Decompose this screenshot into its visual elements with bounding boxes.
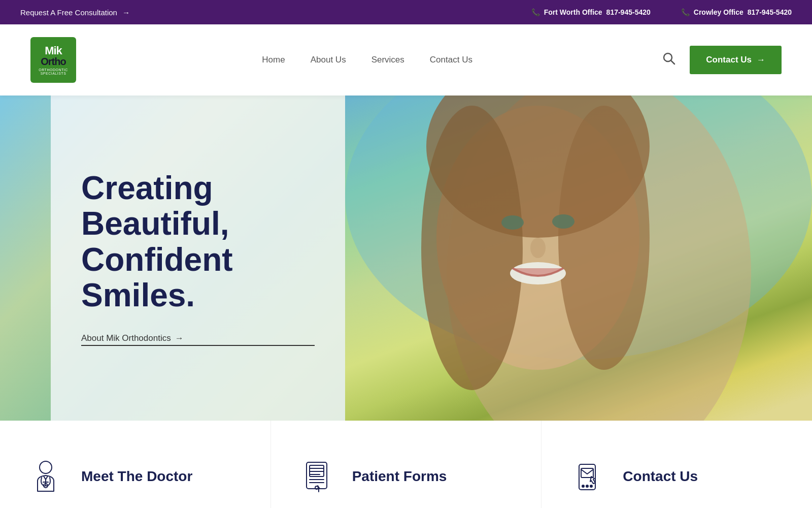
crowley-label: Crowley Office <box>694 8 743 16</box>
hero-about-link[interactable]: About Mik Orthodontics → <box>81 333 315 346</box>
contact-btn-arrow: → <box>757 55 765 65</box>
card-contact-us[interactable]: Contact Us <box>542 421 812 508</box>
contact-icon <box>567 456 607 497</box>
doctor-icon <box>25 456 66 497</box>
svg-point-30 <box>590 485 592 487</box>
header-right: Contact Us → <box>658 46 782 74</box>
consultation-text: Request A Free Consultation <box>20 8 117 17</box>
forms-icon <box>296 456 337 497</box>
svg-line-1 <box>671 60 674 64</box>
svg-point-9 <box>501 215 524 230</box>
nav-home[interactable]: Home <box>262 55 285 65</box>
phone-icon-fort-worth: 📞 <box>531 8 540 16</box>
hero-title: Creating Beautiful, Confident Smiles. <box>81 170 315 313</box>
svg-line-17 <box>46 476 48 480</box>
nav-services[interactable]: Services <box>371 55 404 65</box>
logo-subtitle: ORTHODONTIC SPECIALISTS <box>30 68 76 75</box>
bottom-cards: Meet The Doctor Patient Forms <box>0 421 812 508</box>
crowley-phone: 817-945-5420 <box>748 8 792 16</box>
card-patient-forms-title: Patient Forms <box>352 468 447 485</box>
logo-container[interactable]: Mik Ortho ORTHODONTIC SPECIALISTS <box>30 37 76 83</box>
consultation-link[interactable]: Request A Free Consultation → <box>20 8 130 17</box>
consultation-link-wrapper[interactable]: Request A Free Consultation → <box>20 8 130 17</box>
svg-point-12 <box>40 461 52 473</box>
site-header: Mik Ortho ORTHODONTIC SPECIALISTS Home A… <box>0 24 812 96</box>
svg-point-6 <box>421 106 523 390</box>
card-meet-doctor[interactable]: Meet The Doctor <box>0 421 271 508</box>
hero-panel: Creating Beautiful, Confident Smiles. Ab… <box>51 96 345 421</box>
fort-worth-office: 📞 Fort Worth Office 817-945-5420 <box>531 8 651 16</box>
search-icon <box>662 52 675 65</box>
office-phones: 📞 Fort Worth Office 817-945-5420 📞 Crowl… <box>531 8 792 16</box>
svg-point-28 <box>582 485 584 487</box>
fort-worth-phone: 817-945-5420 <box>606 8 651 16</box>
phone-icon-crowley: 📞 <box>681 8 690 16</box>
consultation-arrow: → <box>122 8 130 17</box>
hero-section: Creating Beautiful, Confident Smiles. Ab… <box>0 96 812 421</box>
top-bar: Request A Free Consultation → 📞 Fort Wor… <box>0 0 812 24</box>
svg-point-25 <box>315 486 318 489</box>
fort-worth-label: Fort Worth Office <box>544 8 602 16</box>
hero-about-arrow: → <box>175 333 184 343</box>
logo-ortho: Ortho <box>41 56 65 67</box>
svg-point-7 <box>558 106 650 370</box>
card-contact-us-title: Contact Us <box>623 468 698 485</box>
nav-contact[interactable]: Contact Us <box>430 55 472 65</box>
contact-us-button[interactable]: Contact Us → <box>690 46 782 74</box>
nav-about[interactable]: About Us <box>311 55 346 65</box>
svg-point-29 <box>586 485 588 487</box>
hero-photo-area <box>345 96 812 421</box>
search-button[interactable] <box>658 48 680 72</box>
logo-box: Mik Ortho ORTHODONTIC SPECIALISTS <box>30 37 76 83</box>
crowley-office: 📞 Crowley Office 817-945-5420 <box>681 8 792 16</box>
card-patient-forms[interactable]: Patient Forms <box>271 421 542 508</box>
contact-btn-label: Contact Us <box>706 55 752 65</box>
card-meet-doctor-title: Meet The Doctor <box>81 468 192 485</box>
svg-point-10 <box>552 214 574 229</box>
svg-line-16 <box>44 476 46 480</box>
main-nav: Home About Us Services Contact Us <box>262 55 472 65</box>
hero-about-text: About Mik Orthodontics <box>81 333 171 343</box>
logo-mik: Mik <box>45 45 62 56</box>
svg-point-11 <box>530 238 546 258</box>
